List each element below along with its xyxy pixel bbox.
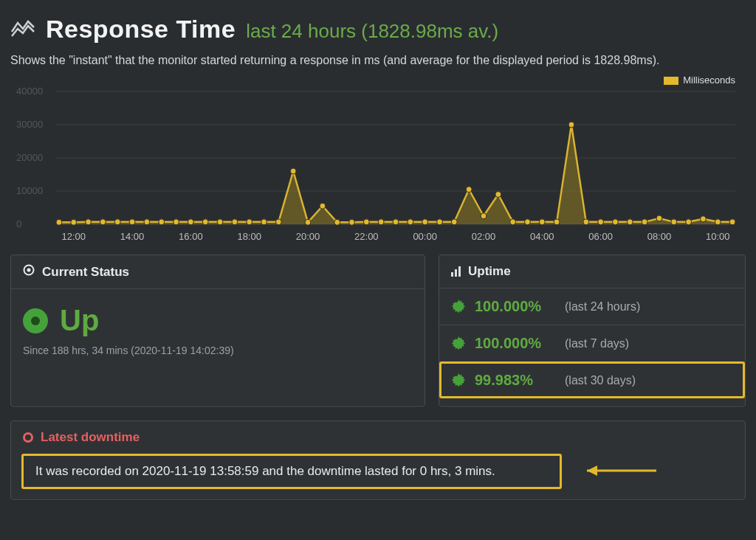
target-icon [23, 264, 35, 280]
downtime-message: It was recorded on 2020-11-19 13:58:59 a… [21, 454, 562, 489]
svg-point-39 [554, 219, 560, 225]
uptime-percent: 100.000% [475, 335, 556, 352]
svg-point-34 [481, 213, 487, 219]
svg-point-11 [144, 219, 150, 225]
uptime-period: (last 30 days) [565, 374, 636, 387]
svg-point-28 [393, 219, 399, 225]
x-tick: 18:00 [237, 231, 261, 242]
y-tick: 30000 [16, 119, 43, 130]
page-title: Response Time [46, 15, 236, 44]
svg-point-7 [86, 219, 92, 225]
svg-point-13 [173, 219, 179, 225]
status-up-icon [23, 308, 48, 333]
uptime-row: 99.983%(last 30 days) [439, 361, 745, 398]
svg-point-45 [642, 219, 647, 225]
page-subtitle: last 24 hours (1828.98ms av.) [246, 20, 498, 43]
uptime-percent: 99.983% [475, 372, 556, 389]
svg-point-27 [378, 219, 384, 225]
svg-point-53 [27, 269, 31, 272]
x-tick: 12:00 [61, 231, 86, 242]
chart-legend: Milliseconds [664, 75, 735, 86]
annotation-arrow-icon [577, 462, 658, 482]
svg-point-35 [495, 192, 501, 198]
svg-point-41 [583, 219, 589, 225]
x-tick: 00:00 [413, 231, 437, 242]
svg-point-47 [671, 219, 677, 225]
svg-point-12 [159, 219, 165, 225]
page-header: Response Time last 24 hours (1828.98ms a… [10, 15, 746, 44]
svg-point-44 [627, 219, 633, 225]
svg-point-15 [202, 219, 208, 225]
uptime-row: 100.000%(last 24 hours) [439, 288, 745, 325]
chart-icon [10, 18, 35, 40]
svg-point-31 [437, 219, 443, 225]
svg-point-17 [232, 219, 238, 225]
svg-point-30 [422, 219, 428, 225]
x-tick: 22:00 [354, 231, 379, 242]
x-tick: 10:00 [706, 231, 730, 242]
y-tick: 40000 [16, 86, 43, 97]
svg-point-51 [729, 219, 735, 225]
svg-point-6 [71, 219, 77, 225]
svg-point-29 [408, 219, 413, 225]
panel-title: Uptime [468, 264, 511, 279]
uptime-panel: Uptime 100.000%(last 24 hours)100.000%(l… [439, 255, 746, 407]
svg-point-5 [56, 219, 62, 225]
y-tick: 10000 [16, 185, 43, 196]
x-tick: 14:00 [120, 231, 145, 242]
svg-point-40 [568, 122, 574, 128]
uptime-period: (last 7 days) [565, 337, 629, 350]
svg-point-49 [701, 216, 707, 222]
current-status-panel: Current Status Up Since 188 hrs, 34 mins… [10, 255, 425, 407]
page-description: Shows the "instant" that the monitor sta… [10, 54, 746, 67]
svg-point-8 [100, 219, 106, 225]
svg-point-9 [114, 219, 120, 225]
uptime-row: 100.000%(last 7 days) [439, 325, 745, 361]
svg-point-42 [598, 219, 604, 225]
status-since: Since 188 hrs, 34 mins (2020-11-19 14:02… [23, 345, 413, 356]
svg-point-18 [247, 219, 252, 225]
x-tick: 06:00 [588, 231, 613, 242]
response-time-chart[interactable]: Milliseconds 010000200003000040000 12:00… [10, 75, 746, 249]
svg-marker-55 [587, 465, 597, 476]
svg-point-19 [261, 219, 267, 225]
uptime-period: (last 24 hours) [565, 300, 640, 314]
svg-point-37 [525, 219, 531, 225]
svg-point-33 [466, 187, 472, 193]
x-tick: 02:00 [472, 231, 496, 242]
svg-point-20 [275, 219, 281, 225]
panel-title: Latest downtime [41, 430, 140, 445]
svg-point-21 [290, 168, 296, 174]
y-tick: 20000 [16, 152, 43, 163]
svg-point-50 [715, 219, 721, 225]
svg-point-36 [510, 219, 516, 225]
svg-point-48 [686, 219, 692, 225]
bars-icon [451, 266, 461, 277]
panel-title: Current Status [42, 265, 129, 280]
svg-point-16 [217, 219, 223, 225]
svg-point-46 [656, 215, 662, 221]
latest-downtime-panel: Latest downtime It was recorded on 2020-… [10, 420, 746, 500]
down-icon [23, 432, 33, 443]
x-tick: 20:00 [296, 231, 320, 242]
y-tick: 0 [16, 218, 21, 229]
x-tick: 04:00 [530, 231, 554, 242]
svg-point-23 [320, 203, 326, 209]
svg-point-43 [613, 219, 619, 225]
svg-point-22 [305, 219, 311, 225]
svg-point-10 [129, 219, 135, 225]
svg-point-24 [334, 219, 340, 225]
svg-point-38 [539, 219, 545, 225]
svg-point-32 [451, 219, 457, 225]
svg-point-25 [349, 219, 355, 225]
svg-point-26 [363, 219, 369, 225]
x-tick: 08:00 [647, 231, 672, 242]
status-state: Up [60, 304, 99, 337]
x-tick: 16:00 [179, 231, 203, 242]
svg-point-14 [188, 219, 193, 225]
uptime-percent: 100.000% [475, 298, 556, 315]
